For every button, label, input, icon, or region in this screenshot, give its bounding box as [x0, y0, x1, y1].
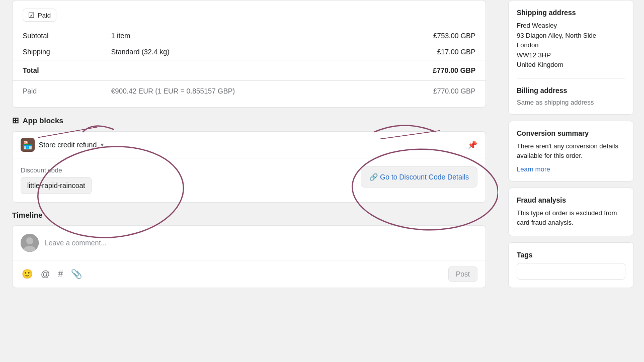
app-blocks-title: App blocks: [23, 116, 63, 125]
emoji-button[interactable]: 🙂: [21, 267, 34, 281]
tags-input[interactable]: [517, 263, 625, 280]
sidebar-divider: [517, 78, 625, 78]
shipping-desc: Standard (32.4 kg): [101, 44, 369, 60]
shipping-address-card: Shipping address Fred Weasley 93 Diagon …: [508, 0, 634, 115]
learn-more-link[interactable]: Learn more: [517, 165, 550, 173]
hashtag-button[interactable]: #: [57, 268, 64, 281]
shipping-street: 93 Diagon Alley, North Side: [517, 31, 625, 41]
attachment-button[interactable]: 📎: [70, 267, 83, 281]
billing-address-title: Billing address: [517, 86, 625, 95]
shipping-city: London: [517, 40, 625, 50]
avatar: [21, 234, 39, 252]
paid-badge: ☑ Paid: [23, 9, 56, 22]
table-row: Shipping Standard (32.4 kg) £17.00 GBP: [13, 44, 486, 60]
mention-button[interactable]: @: [40, 268, 51, 281]
shipping-address-title: Shipping address: [517, 9, 625, 17]
app-block-header: 🏪 Store credit refund ▾ 📌: [13, 132, 486, 158]
timeline-title: Timeline: [12, 211, 486, 219]
conversion-summary-title: Conversion summary: [517, 129, 625, 137]
go-to-discount-button[interactable]: 🔗 Go to Discount Code Details: [361, 166, 477, 188]
app-blocks-icon: ⊞: [12, 116, 19, 125]
conversion-summary-card: Conversion summary There aren't any conv…: [508, 121, 634, 182]
paid-icon: ☑: [28, 11, 35, 19]
comment-row: Leave a comment...: [13, 226, 486, 260]
paid-row: Paid €900.42 EUR (1 EUR = 0.855157 GBP) …: [13, 81, 486, 100]
svg-point-3: [26, 237, 33, 244]
post-button[interactable]: Post: [448, 266, 477, 282]
paid-row-label: Paid: [13, 81, 101, 100]
fraud-analysis-card: Fraud analysis This type of order is exc…: [508, 188, 634, 236]
discount-code-label: Discount code: [21, 166, 353, 174]
paid-row-value: £770.00 GBP: [369, 81, 486, 100]
subtotal-label: Subtotal: [13, 28, 101, 44]
chevron-down-icon[interactable]: ▾: [101, 141, 104, 148]
discount-code-section: Discount code little-rapid-raincoat: [21, 166, 353, 194]
total-row: Total £770.00 GBP: [13, 60, 486, 81]
shipping-country: United Kingdom: [517, 60, 625, 70]
paid-label: Paid: [38, 12, 51, 19]
paid-row-desc: €900.42 EUR (1 EUR = 0.855157 GBP): [101, 81, 369, 100]
app-block-body: Discount code little-rapid-raincoat 🔗 Go…: [13, 158, 486, 202]
subtotal-value: £753.00 GBP: [369, 28, 486, 44]
timeline-actions: 🙂 @ # 📎 Post: [13, 260, 486, 288]
app-blocks-section: ⊞ App blocks 🏪 Store credit refund ▾ 📌: [12, 116, 486, 203]
comment-placeholder[interactable]: Leave a comment...: [45, 239, 477, 247]
fraud-analysis-title: Fraud analysis: [517, 196, 625, 204]
shipping-name: Fred Weasley: [517, 21, 625, 31]
shipping-label: Shipping: [13, 44, 101, 60]
total-label: Total: [13, 60, 101, 81]
tags-title: Tags: [517, 251, 625, 259]
app-block-name: Store credit refund: [39, 141, 97, 149]
fraud-analysis-text: This type of order is excluded from card…: [517, 208, 625, 228]
timeline-section: Timeline Leave a comment... 🙂: [12, 211, 486, 288]
summary-table: Subtotal 1 item £753.00 GBP Shipping Sta…: [13, 28, 486, 99]
app-block-title-row: 🏪 Store credit refund ▾: [21, 138, 104, 152]
app-block-card: 🏪 Store credit refund ▾ 📌 Discount code …: [12, 131, 486, 203]
tags-card: Tags: [508, 242, 634, 288]
subtotal-desc: 1 item: [101, 28, 369, 44]
app-block-app-icon: 🏪: [21, 138, 35, 152]
table-row: Subtotal 1 item £753.00 GBP: [13, 28, 486, 44]
shipping-value: £17.00 GBP: [369, 44, 486, 60]
timeline-card: Leave a comment... 🙂 @ # 📎 Post: [12, 225, 486, 288]
conversion-summary-text: There aren't any conversion details avai…: [517, 141, 625, 161]
total-value: £770.00 GBP: [369, 60, 486, 81]
shipping-postcode: WW12 3HP: [517, 50, 625, 60]
discount-code-value: little-rapid-raincoat: [21, 177, 92, 194]
billing-address-value: Same as shipping address: [517, 99, 625, 106]
pin-icon[interactable]: 📌: [467, 140, 477, 150]
